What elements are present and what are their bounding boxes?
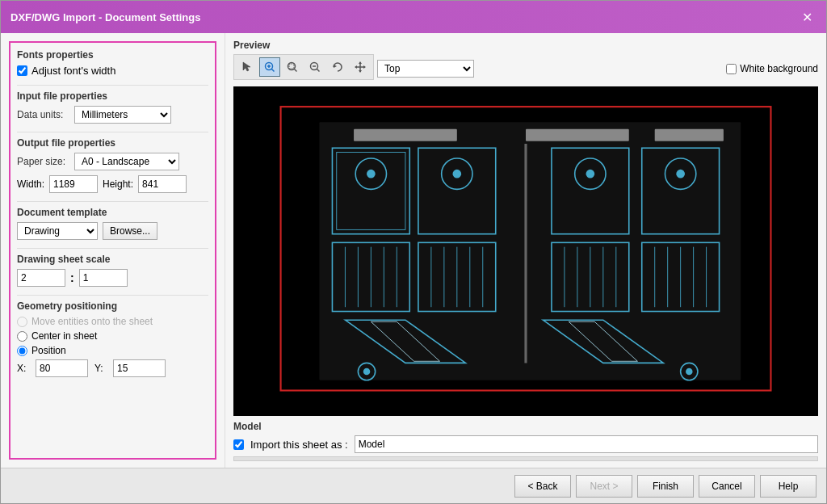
white-background-label: White background bbox=[740, 63, 818, 74]
zoom-in-tool-button[interactable] bbox=[259, 57, 280, 77]
output-file-label: Output file properties bbox=[17, 137, 208, 149]
svg-rect-19 bbox=[319, 122, 741, 380]
zoom-fit-icon bbox=[309, 61, 321, 74]
svg-point-66 bbox=[363, 368, 371, 376]
geometry-option3-row: Position bbox=[17, 345, 208, 356]
view-select[interactable]: Top Front Right Perspective bbox=[377, 60, 474, 78]
left-panel-inner: Fonts properties Adjust font's width Inp… bbox=[9, 41, 216, 460]
paper-size-row: Paper size: A0 - Landscape A1 - Landscap… bbox=[17, 153, 208, 170]
next-button[interactable]: Next > bbox=[576, 475, 632, 498]
import-name-input[interactable] bbox=[355, 435, 818, 453]
pan-icon bbox=[354, 61, 367, 74]
dimensions-row: Width: Height: bbox=[17, 175, 208, 193]
scale-row: : bbox=[17, 269, 208, 287]
scale-separator: : bbox=[70, 271, 74, 284]
svg-marker-14 bbox=[359, 70, 362, 73]
back-button[interactable]: < Back bbox=[514, 475, 571, 498]
svg-point-68 bbox=[686, 368, 693, 376]
title-bar: DXF/DWG Import - Document Settings ✕ bbox=[1, 1, 826, 33]
adjust-fonts-checkbox[interactable] bbox=[17, 65, 27, 76]
y-input[interactable] bbox=[113, 359, 166, 377]
scale-section: Drawing sheet scale : bbox=[17, 254, 208, 287]
geometry-option1-radio[interactable] bbox=[17, 317, 27, 327]
svg-rect-22 bbox=[655, 129, 724, 141]
adjust-fonts-label: Adjust font's width bbox=[31, 65, 115, 77]
scale-right-input[interactable] bbox=[79, 269, 128, 287]
divider3 bbox=[17, 201, 208, 202]
preview-canvas bbox=[233, 86, 818, 416]
refresh-icon bbox=[331, 61, 344, 74]
geometry-option3-radio[interactable] bbox=[17, 346, 27, 356]
refresh-tool-button[interactable] bbox=[327, 57, 348, 77]
pointer-icon bbox=[241, 61, 254, 74]
help-button[interactable]: Help bbox=[760, 475, 817, 498]
fonts-section: Fonts properties Adjust font's width bbox=[17, 49, 208, 77]
left-panel: Fonts properties Adjust font's width Inp… bbox=[1, 33, 225, 468]
width-label: Width: bbox=[17, 178, 44, 190]
svg-line-8 bbox=[317, 69, 319, 71]
geometry-option1-row: Move entities onto the sheet bbox=[17, 316, 208, 327]
svg-marker-13 bbox=[359, 61, 362, 64]
preview-svg bbox=[233, 86, 818, 416]
dialog: DXF/DWG Import - Document Settings ✕ Fon… bbox=[0, 0, 827, 504]
model-label: Model bbox=[233, 421, 818, 432]
import-sheet-label: Import this sheet as : bbox=[250, 439, 348, 451]
divider5 bbox=[17, 295, 208, 296]
zoom-window-tool-button[interactable] bbox=[282, 57, 303, 77]
content-area: Fonts properties Adjust font's width Inp… bbox=[1, 33, 826, 468]
divider4 bbox=[17, 248, 208, 249]
paper-size-label: Paper size: bbox=[17, 156, 69, 167]
data-units-row: Data units: Millimeters Inches Centimete… bbox=[17, 106, 208, 124]
right-panel: Preview bbox=[225, 33, 826, 468]
svg-point-29 bbox=[453, 170, 462, 178]
template-row: Drawing Default Browse... bbox=[17, 222, 208, 240]
document-template-section: Document template Drawing Default Browse… bbox=[17, 207, 208, 240]
toolbar-row: Top Front Right Perspective White backgr… bbox=[233, 54, 818, 83]
toolbar bbox=[233, 54, 374, 80]
finish-button[interactable]: Finish bbox=[637, 475, 694, 498]
fonts-section-label: Fonts properties bbox=[17, 49, 208, 61]
document-template-label: Document template bbox=[17, 207, 208, 218]
x-label: X: bbox=[17, 363, 29, 374]
height-input[interactable] bbox=[138, 175, 187, 193]
input-file-section: Input file properties Data units: Millim… bbox=[17, 90, 208, 124]
y-label: Y: bbox=[94, 363, 107, 374]
white-background-checkbox[interactable] bbox=[726, 64, 737, 74]
pan-tool-button[interactable] bbox=[350, 57, 371, 77]
geometry-section: Geometry positioning Move entities onto … bbox=[17, 300, 208, 377]
scale-section-label: Drawing sheet scale bbox=[17, 254, 208, 265]
close-button[interactable]: ✕ bbox=[797, 7, 817, 27]
svg-marker-16 bbox=[363, 65, 366, 69]
divider2 bbox=[17, 132, 208, 132]
scale-left-input[interactable] bbox=[17, 269, 65, 287]
cancel-button[interactable]: Cancel bbox=[699, 475, 755, 498]
zoom-fit-tool-button[interactable] bbox=[304, 57, 325, 77]
svg-point-36 bbox=[676, 170, 685, 178]
output-file-section: Output file properties Paper size: A0 - … bbox=[17, 137, 208, 193]
svg-rect-20 bbox=[354, 129, 457, 141]
import-sheet-checkbox[interactable] bbox=[233, 439, 244, 450]
zoom-in-icon bbox=[263, 61, 276, 74]
svg-rect-6 bbox=[289, 64, 294, 69]
view-select-wrap: Top Front Right Perspective bbox=[377, 60, 474, 78]
pointer-tool-button[interactable] bbox=[237, 57, 258, 77]
geometry-option2-radio[interactable] bbox=[17, 331, 27, 342]
template-select[interactable]: Drawing Default bbox=[17, 222, 98, 240]
geometry-option2-row: Center in sheet bbox=[17, 330, 208, 342]
x-input[interactable] bbox=[36, 359, 88, 377]
input-file-label: Input file properties bbox=[17, 90, 208, 102]
browse-button[interactable]: Browse... bbox=[103, 222, 157, 240]
svg-rect-21 bbox=[526, 129, 629, 141]
model-progress-bar bbox=[233, 456, 818, 461]
adjust-fonts-row: Adjust font's width bbox=[17, 65, 208, 77]
svg-line-5 bbox=[294, 69, 296, 71]
svg-marker-10 bbox=[334, 65, 337, 68]
width-input[interactable] bbox=[49, 175, 98, 193]
geometry-option2-label: Center in sheet bbox=[31, 330, 97, 342]
data-units-label: Data units: bbox=[17, 109, 69, 120]
bottom-bar: < Back Next > Finish Cancel Help bbox=[1, 468, 826, 503]
paper-size-select[interactable]: A0 - Landscape A1 - Landscape A4 - Portr… bbox=[74, 153, 179, 170]
white-background-wrap: White background bbox=[726, 63, 818, 74]
data-units-select[interactable]: Millimeters Inches Centimeters bbox=[74, 106, 171, 124]
coord-row: X: Y: bbox=[17, 359, 208, 377]
